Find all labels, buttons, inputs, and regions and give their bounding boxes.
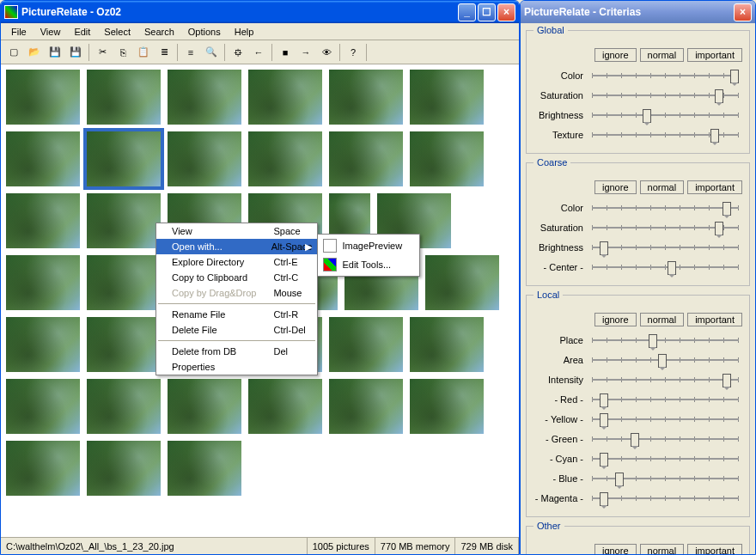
slider-thumb[interactable]	[730, 70, 739, 83]
slider[interactable]	[588, 107, 742, 124]
slider-thumb[interactable]	[600, 393, 608, 407]
thumbnail[interactable]	[329, 379, 403, 434]
thumbnail[interactable]	[6, 193, 80, 248]
thumbnail[interactable]	[410, 379, 484, 434]
titlebar-criteria[interactable]: PictureRelate - Criterias ×	[521, 1, 755, 23]
minimize-button[interactable]: _	[458, 3, 476, 21]
forward-button[interactable]: →	[296, 43, 315, 62]
thumbnail[interactable]	[6, 131, 80, 186]
slider[interactable]	[588, 67, 742, 84]
menu-edit[interactable]: Edit	[67, 25, 97, 39]
paste-button[interactable]: 📋	[134, 43, 153, 62]
thumbnail[interactable]	[329, 131, 403, 186]
menu-view[interactable]: View	[34, 25, 68, 39]
menu-file[interactable]: File	[4, 25, 34, 39]
slider[interactable]	[588, 219, 742, 236]
preset-ignore-button[interactable]: ignore	[594, 544, 637, 554]
slider-thumb[interactable]	[722, 374, 731, 387]
slider[interactable]	[588, 470, 742, 487]
slider[interactable]	[588, 239, 742, 256]
preset-important-button[interactable]: important	[687, 180, 742, 194]
back-button[interactable]: ←	[249, 43, 268, 62]
slider-thumb[interactable]	[615, 473, 624, 486]
slider-thumb[interactable]	[643, 109, 651, 123]
slider-thumb[interactable]	[658, 354, 667, 368]
align-top-button[interactable]: ≡	[181, 43, 200, 62]
slider[interactable]	[588, 332, 742, 349]
thumbnail[interactable]	[87, 441, 161, 496]
menu-search[interactable]: Search	[137, 25, 181, 39]
thumbnail[interactable]	[6, 70, 80, 125]
thumbnail[interactable]	[425, 255, 499, 310]
slider-thumb[interactable]	[715, 89, 723, 103]
thumbnail[interactable]	[410, 131, 484, 186]
thumbnail[interactable]	[248, 379, 322, 434]
thumbnail[interactable]	[6, 255, 80, 310]
align-left-button[interactable]: ≣	[155, 43, 174, 62]
slider[interactable]	[588, 430, 742, 448]
preset-normal-button[interactable]: normal	[640, 180, 685, 194]
slider[interactable]	[588, 411, 742, 428]
thumbnail[interactable]	[248, 131, 322, 186]
ctx-explore-directory[interactable]: Explore DirectoryCtrl-E	[156, 254, 317, 270]
titlebar-main[interactable]: PictureRelate - Oz02 _ ☐ ×	[1, 1, 519, 23]
ctx-delete-from-db[interactable]: Delete from DBDel	[156, 344, 317, 359]
new-button[interactable]: ▢	[4, 43, 23, 62]
cut-button[interactable]: ✂	[93, 43, 112, 62]
slider[interactable]	[588, 490, 742, 507]
submenu-edit-tools-[interactable]: Edit Tools...	[320, 255, 418, 274]
save-as-button[interactable]: 💾	[66, 43, 85, 62]
slider[interactable]	[588, 126, 742, 143]
slider-thumb[interactable]	[722, 202, 731, 216]
thumbnail[interactable]	[168, 70, 241, 125]
thumbnail[interactable]	[248, 70, 322, 125]
ctx-rename-file[interactable]: Rename FileCtrl-R	[156, 307, 317, 322]
slider-thumb[interactable]	[668, 261, 676, 275]
find-button[interactable]: 🔍	[202, 43, 221, 62]
thumbnail[interactable]	[6, 379, 80, 434]
stop-button[interactable]: ■	[276, 43, 295, 62]
slider[interactable]	[588, 351, 742, 369]
slider-thumb[interactable]	[710, 129, 719, 143]
slider-thumb[interactable]	[600, 453, 608, 467]
thumbnail[interactable]	[87, 379, 161, 434]
thumbnail[interactable]	[87, 70, 161, 125]
help-button[interactable]: ?	[344, 43, 363, 62]
thumbnail[interactable]	[87, 255, 161, 310]
ctx-open-with-[interactable]: Open with...Alt-Space▶	[156, 239, 317, 254]
copy-button[interactable]: ⎘	[113, 43, 132, 62]
criteria-close-button[interactable]: ×	[734, 3, 752, 21]
slider[interactable]	[588, 199, 742, 217]
preset-important-button[interactable]: important	[687, 48, 742, 62]
preset-normal-button[interactable]: normal	[640, 544, 685, 554]
ctx-properties[interactable]: Properties	[156, 359, 317, 375]
preset-ignore-button[interactable]: ignore	[594, 313, 637, 326]
thumbnail[interactable]	[329, 70, 403, 125]
slider[interactable]	[588, 391, 742, 408]
thumbnail[interactable]	[410, 70, 484, 125]
thumbnail[interactable]	[6, 317, 80, 372]
preset-ignore-button[interactable]: ignore	[594, 180, 637, 194]
preset-important-button[interactable]: important	[687, 313, 742, 326]
thumbnail[interactable]	[87, 317, 161, 372]
preset-normal-button[interactable]: normal	[640, 313, 685, 326]
slider[interactable]	[588, 450, 742, 467]
menu-options[interactable]: Options	[181, 25, 228, 39]
slider-thumb[interactable]	[631, 433, 639, 447]
slider-thumb[interactable]	[600, 413, 608, 427]
slider[interactable]	[588, 87, 742, 104]
ctx-copy-to-clipboard[interactable]: Copy to ClipboardCtrl-C	[156, 270, 317, 285]
slider-thumb[interactable]	[715, 222, 723, 235]
preset-important-button[interactable]: important	[687, 544, 742, 554]
menu-select[interactable]: Select	[97, 25, 137, 39]
slider-thumb[interactable]	[649, 334, 657, 348]
maximize-button[interactable]: ☐	[478, 3, 496, 21]
preset-normal-button[interactable]: normal	[640, 48, 685, 62]
submenu-imagepreview[interactable]: ImagePreview	[320, 236, 418, 255]
thumbnail[interactable]	[329, 317, 403, 372]
ctx-view[interactable]: ViewSpace	[156, 223, 317, 239]
thumbnail[interactable]	[87, 193, 161, 248]
find-similar-button[interactable]: ⯐	[229, 43, 247, 62]
slider-thumb[interactable]	[600, 492, 608, 506]
close-button[interactable]: ×	[497, 3, 515, 21]
